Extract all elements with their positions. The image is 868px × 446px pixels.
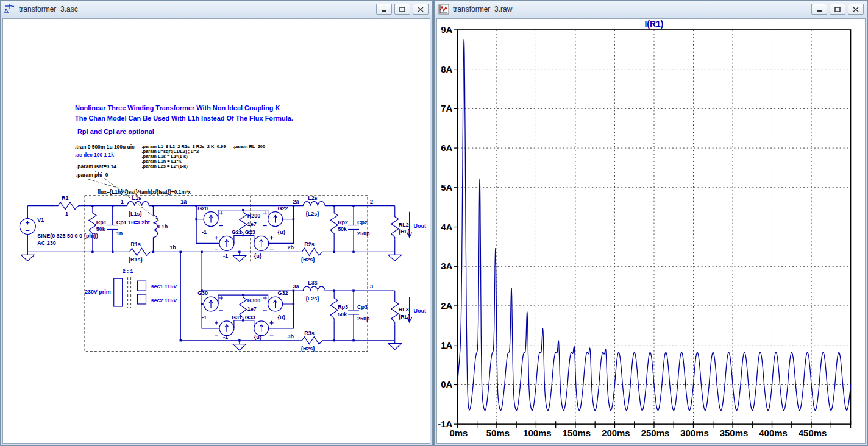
component-value: {L2s}	[305, 296, 319, 302]
resistor-r2s[interactable]	[299, 248, 325, 255]
node-label: 3	[370, 283, 373, 289]
component-ref: V1	[37, 217, 44, 223]
trace-label[interactable]: I(R1)	[645, 19, 664, 29]
ground-symbol	[388, 255, 402, 261]
maximize-icon	[399, 7, 405, 12]
component-value: -1	[223, 334, 228, 340]
schematic-drawing: Nonlinear Three Winding Transformer With…	[3, 19, 430, 443]
node-label: 1	[121, 199, 124, 205]
y-tick-label: 3A	[441, 261, 452, 271]
component-ref: R3s	[304, 330, 314, 336]
component-ref: G22	[278, 205, 288, 211]
minimize-button[interactable]	[376, 4, 392, 15]
component-value: SINE(0 325 50 0 0 {phi})	[37, 233, 98, 239]
component-value: {u}	[278, 229, 286, 235]
resistor-r3s[interactable]	[299, 337, 325, 344]
x-tick-label: 100ms	[523, 428, 551, 438]
component-value: 1n	[116, 230, 123, 236]
component-ref: Cp3	[357, 304, 368, 310]
waveform-window: transformer_3.raw 9A8A7A6A5A4A3A2A1A0A-1…	[434, 0, 868, 446]
capacitor-cp2[interactable]	[348, 225, 359, 230]
maximize-button[interactable]	[830, 4, 845, 15]
vccs-g30[interactable]	[204, 297, 218, 311]
close-icon	[418, 7, 424, 12]
inductor-l1h[interactable]	[153, 216, 157, 238]
component-value: 250p	[357, 316, 370, 322]
transformer-primary-coil	[114, 278, 123, 306]
component-ref: Rp2	[338, 219, 348, 225]
ground-symbol	[233, 255, 246, 261]
component-value: {L2s}	[305, 211, 319, 217]
maximize-button[interactable]	[394, 4, 410, 15]
node-label: 2a	[293, 199, 299, 205]
resistor-r1[interactable]	[55, 202, 81, 210]
y-tick-label: 8A	[441, 64, 452, 74]
resistor-rl2[interactable]	[391, 214, 399, 240]
vccs-g22[interactable]	[268, 212, 283, 227]
vccs-g21[interactable]	[219, 236, 234, 250]
waveform-pane[interactable]: 9A8A7A6A5A4A3A2A1A0A-1A0ms50ms100ms150ms…	[436, 18, 866, 444]
ground-symbol	[233, 344, 246, 350]
schematic-canvas[interactable]: Nonlinear Three Winding Transformer With…	[2, 18, 430, 444]
y-tick-label: 4A	[441, 222, 452, 232]
x-tick-label: 200ms	[602, 428, 630, 438]
component-value: 250p	[357, 230, 370, 236]
node-label: 1a	[180, 199, 187, 205]
output-label: Uout	[414, 308, 426, 314]
inductor-l3s[interactable]	[303, 286, 325, 291]
resistor-r1s[interactable]	[127, 248, 153, 255]
capacitor-cp1[interactable]	[107, 225, 118, 230]
transformer-primary-label: 230V prim	[85, 289, 111, 295]
waveform-window-titlebar[interactable]: transformer_3.raw	[435, 1, 867, 18]
component-value: {R1s}	[129, 257, 143, 263]
component-value: 1	[65, 211, 68, 217]
ground-symbol	[388, 344, 402, 350]
resistor-rl3[interactable]	[391, 299, 399, 325]
mdi-desktop: transformer_3.asc	[0, 0, 868, 446]
component-value: {u}	[254, 334, 262, 340]
inductor-l2s[interactable]	[303, 202, 325, 206]
close-icon	[853, 7, 859, 12]
component-ref: L3s	[308, 280, 317, 286]
y-tick-label: 1A	[441, 340, 452, 350]
component-value: 1e7	[247, 221, 257, 227]
spice-directive-phi: .param phi=0	[76, 172, 108, 178]
voltage-source-v1[interactable]	[20, 219, 35, 235]
resistor-rp3[interactable]	[330, 296, 338, 321]
schematic-comment: Nonlinear Three Winding Transformer With…	[75, 104, 280, 112]
component-ref: R1	[62, 195, 68, 201]
capacitor-cp3[interactable]	[348, 310, 359, 314]
minimize-icon	[381, 7, 387, 12]
transformer-secondary2-coil	[138, 294, 146, 304]
transformer-secondary1-label: sec1 115V	[151, 283, 177, 289]
vccs-g32[interactable]	[268, 297, 283, 311]
component-ref: G31	[232, 314, 242, 320]
window-title: transformer_3.raw	[453, 5, 811, 13]
schematic-window: transformer_3.asc	[0, 0, 433, 446]
schematic-icon	[4, 4, 15, 15]
minimize-button[interactable]	[811, 4, 827, 15]
y-tick-label: 0A	[441, 379, 452, 389]
waveform-plot[interactable]: 9A8A7A6A5A4A3A2A1A0A-1A0ms50ms100ms150ms…	[437, 19, 865, 443]
vccs-g23[interactable]	[254, 236, 269, 250]
resistor-rp1[interactable]	[89, 211, 96, 236]
x-tick-label: 400ms	[759, 428, 787, 438]
spice-directive-ac: .ac dec 100 1 1k	[75, 152, 114, 158]
node-label: 2	[370, 199, 373, 205]
schematic-window-titlebar[interactable]: transformer_3.asc	[1, 1, 432, 18]
inductor-l1s[interactable]	[127, 202, 149, 206]
window-title: transformer_3.asc	[19, 5, 376, 13]
y-tick-label: 6A	[441, 143, 452, 153]
component-value: -1	[202, 229, 207, 235]
component-value: {RL}	[399, 228, 410, 235]
close-button[interactable]	[413, 4, 429, 15]
component-ref: L1h	[158, 224, 168, 230]
spice-directive-rl: .param RL=200	[233, 144, 265, 149]
vccs-g20[interactable]	[204, 212, 218, 227]
close-button[interactable]	[848, 4, 864, 15]
resistor-rp2[interactable]	[330, 211, 338, 236]
component-value: AC 230	[37, 240, 55, 246]
component-value: {RL}	[399, 314, 410, 320]
component-ref: Rp1	[96, 219, 107, 225]
component-ref: Rp3	[338, 304, 348, 310]
